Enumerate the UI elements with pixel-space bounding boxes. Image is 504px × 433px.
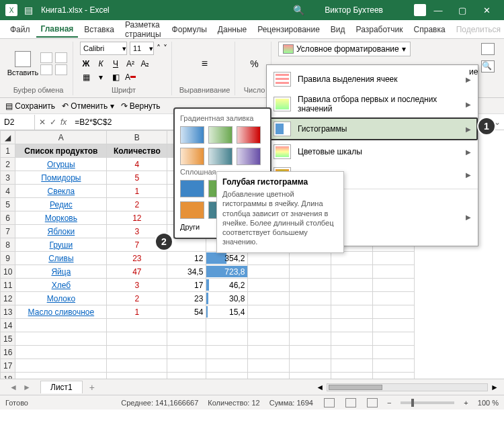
minimize-button[interactable]: — — [426, 5, 450, 15]
tab-file[interactable]: Файл — [5, 22, 35, 37]
cell[interactable]: Молоко — [15, 292, 107, 305]
sheet-next-icon[interactable]: ► — [23, 383, 31, 392]
row-header[interactable]: 10 — [1, 265, 15, 279]
row-header[interactable]: 3 — [1, 171, 15, 185]
cell[interactable]: Список продуктов — [15, 144, 107, 158]
col-header[interactable]: A — [15, 131, 107, 144]
normal-view-icon[interactable] — [324, 398, 335, 407]
row-header[interactable]: 15 — [1, 332, 15, 346]
percent-icon[interactable]: % — [250, 58, 258, 69]
subscript-button[interactable]: A₂ — [139, 58, 151, 70]
save-icon[interactable]: ▤ — [24, 5, 33, 15]
zoom-in-icon[interactable]: + — [464, 399, 468, 407]
zoom-slider[interactable] — [401, 401, 454, 404]
row-header[interactable]: 6 — [1, 211, 15, 225]
border-button[interactable]: ▦ — [80, 71, 92, 83]
cell[interactable]: 2 — [107, 198, 167, 211]
editing-icon[interactable]: 🔍 — [481, 60, 495, 73]
row-header[interactable]: 13 — [1, 305, 15, 319]
tab-home[interactable]: Главная — [36, 21, 79, 38]
gradient-green[interactable] — [208, 126, 233, 144]
cell[interactable]: 23 — [167, 292, 206, 305]
sheet-tab[interactable]: Лист1 — [40, 381, 83, 393]
cell[interactable]: 5 — [107, 171, 167, 185]
gradient-cyan[interactable] — [208, 148, 233, 165]
cell[interactable]: 723,8 — [206, 265, 248, 279]
tab-pagelayout[interactable]: Разметка страницы — [120, 17, 166, 42]
zoom-level[interactable]: 100 % — [478, 399, 499, 407]
row-header[interactable]: 2 — [1, 158, 15, 171]
row-header[interactable]: 16 — [1, 346, 15, 359]
copy-icon[interactable] — [55, 52, 67, 63]
cf-top-bottom-rules[interactable]: Правила отбора первых и последних значен… — [267, 91, 478, 117]
conditional-formatting-button[interactable]: Условное форматирование ▾ — [278, 42, 411, 56]
cell[interactable]: 54 — [167, 305, 206, 319]
cell[interactable]: Сливы — [15, 252, 107, 265]
close-button[interactable]: ✕ — [474, 5, 499, 15]
fx-icon[interactable]: fx — [60, 117, 67, 127]
tab-review[interactable]: Рецензирование — [253, 22, 325, 37]
font-name-select[interactable]: Calibri▾ — [80, 42, 127, 55]
tab-view[interactable]: Вид — [326, 22, 350, 37]
cf-data-bars[interactable]: Гистограммы▶ — [267, 117, 478, 140]
cell[interactable]: 12 — [167, 252, 206, 265]
cell[interactable]: 30,8 — [206, 292, 248, 305]
col-header[interactable]: B — [107, 131, 167, 144]
cancel-formula-icon[interactable]: ✕ — [39, 117, 46, 127]
maximize-button[interactable]: ▢ — [450, 5, 474, 15]
border-dropdown-icon[interactable]: ▾ — [95, 71, 107, 83]
format-painter-icon[interactable] — [40, 64, 52, 75]
row-header[interactable]: 1 — [1, 144, 15, 158]
underline-button[interactable]: Ч — [110, 58, 122, 70]
cell[interactable]: 15,4 — [206, 305, 248, 319]
share-button[interactable]: Поделиться — [452, 22, 504, 37]
cell[interactable]: 34,5 — [167, 265, 206, 279]
qat-undo[interactable]: ↶ Отменить ▾ — [62, 101, 114, 111]
row-header[interactable]: 12 — [1, 292, 15, 305]
grow-font-icon[interactable]: ˄ — [157, 44, 161, 53]
font-color-button[interactable]: A — [124, 71, 136, 83]
qat-save[interactable]: ▤ Сохранить — [5, 101, 55, 111]
tab-insert[interactable]: Вставка — [79, 22, 119, 37]
solid-orange[interactable] — [180, 201, 204, 219]
page-break-icon[interactable] — [367, 398, 378, 407]
row-header[interactable]: 7 — [1, 225, 15, 238]
row-header[interactable]: 5 — [1, 198, 15, 211]
tab-help[interactable]: Справка — [409, 22, 450, 37]
row-header[interactable]: 18 — [1, 373, 15, 379]
italic-button[interactable]: К — [95, 58, 107, 70]
tab-data[interactable]: Данные — [213, 22, 251, 37]
user-name[interactable]: Виктор Бухтеев — [325, 5, 383, 15]
tab-formulas[interactable]: Формулы — [167, 22, 212, 37]
fill-color-button[interactable]: ◧ — [110, 71, 122, 83]
row-header[interactable]: 14 — [1, 319, 15, 332]
cf-color-scales[interactable]: Цветовые шкалы▶ — [267, 140, 478, 163]
gradient-orange[interactable] — [180, 148, 204, 165]
search-icon[interactable]: 🔍 — [293, 5, 304, 15]
solid-blue[interactable] — [180, 180, 204, 197]
row-header[interactable]: 9 — [1, 252, 15, 265]
cell[interactable]: Яйца — [15, 265, 107, 279]
cell[interactable]: 23 — [107, 252, 167, 265]
row-header[interactable]: 11 — [1, 279, 15, 292]
shrink-font-icon[interactable]: ˅ — [163, 44, 167, 53]
cell[interactable]: 17 — [167, 279, 206, 292]
cell[interactable]: Морковь — [15, 211, 107, 225]
font-size-select[interactable]: 11▾ — [130, 42, 154, 55]
gradient-blue[interactable] — [180, 126, 204, 144]
paste-special-icon[interactable] — [55, 64, 67, 75]
horizontal-scrollbar[interactable]: ◄► — [101, 383, 504, 392]
avatar[interactable] — [414, 4, 426, 16]
cell[interactable]: Количество — [107, 144, 167, 158]
cell[interactable]: 354,2 — [206, 252, 248, 265]
cf-highlight-rules[interactable]: Правила выделения ячеек▶ — [267, 68, 478, 91]
accept-formula-icon[interactable]: ✓ — [50, 117, 56, 127]
paste-button[interactable]: Вставить — [8, 45, 38, 83]
select-all[interactable]: ◢ — [1, 131, 15, 144]
cell[interactable]: 12 — [107, 211, 167, 225]
cell[interactable]: 3 — [107, 279, 167, 292]
cell[interactable]: Помидоры — [15, 171, 107, 185]
name-box[interactable]: D2 — [0, 115, 35, 130]
zoom-out-icon[interactable]: − — [387, 399, 391, 407]
cells-icon[interactable] — [481, 43, 495, 55]
